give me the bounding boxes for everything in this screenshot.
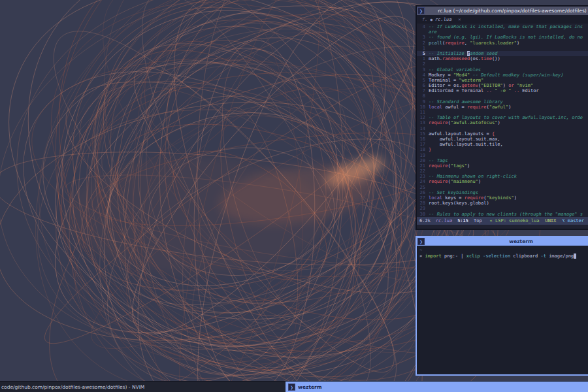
text-segment: local [429, 105, 442, 110]
line-number: 17 [417, 142, 429, 147]
code-line: 14 [417, 126, 588, 131]
line-number: 23 [417, 174, 429, 179]
text-segment: .. [487, 88, 492, 93]
line-number: 2 [417, 61, 429, 67]
text-segment: awful.layout.suit.max, [429, 137, 500, 142]
line-number: 7 [417, 88, 429, 93]
code-line: 25 [417, 185, 588, 190]
text-segment: local [429, 195, 442, 201]
taskbar-item-wezterm-label: wezterm [298, 384, 322, 390]
wezterm-window-title: wezterm [425, 238, 588, 244]
text-segment: "awful" [489, 105, 509, 110]
line-number: 13 [417, 120, 429, 125]
text-segment: "mainmenu" [451, 179, 478, 184]
code-line: 2pcall(require, "luarocks.loader") [417, 41, 588, 46]
text-segment: -- found (e.g. lgi). If LuaRocks is not … [429, 35, 583, 40]
code-line: 18} [417, 147, 588, 152]
line-number: 28 [417, 201, 429, 206]
text-segment: , [465, 41, 470, 46]
line-number: 4 [417, 24, 429, 29]
code-line: 7EditorCmd = Terminal .. " -e " .. Edito… [417, 88, 588, 93]
text-segment: clipboard [510, 253, 538, 259]
tab-prefix: f. [422, 17, 427, 22]
line-number: 1 [417, 46, 429, 51]
text-segment: xclip [466, 253, 480, 259]
code-area[interactable]: 4-- If LuaRocks is installed, make sure … [417, 24, 588, 217]
text-segment: -- Tags [429, 158, 448, 163]
text-segment: ) [514, 195, 517, 201]
text-segment: -- Rules to apply to new clients (throug… [429, 212, 583, 217]
line-number: 29 [417, 206, 429, 211]
code-line: 4-- If LuaRocks is installed, make sure … [417, 24, 588, 29]
text-segment: require [429, 163, 448, 169]
code-line: 1math.randomseed(os.time()) [417, 56, 588, 61]
line-number: 22 [417, 169, 429, 174]
text-segment: keys = [442, 195, 465, 201]
nvim-statusline: 6.2k rc.lua 5:15 Top « LSP: sumneko_lua … [417, 217, 588, 225]
tab-close-icon[interactable]: × [458, 17, 461, 22]
line-number: 3 [417, 35, 429, 40]
text-segment: -- Table of layouts to cover with awful.… [429, 115, 583, 120]
code-line: 24require("mainmenu") [417, 179, 588, 184]
tab-filename: rc.lua [435, 17, 451, 22]
code-line: 13require("awful.autofocus") [417, 120, 588, 125]
text-segment: are [429, 29, 437, 35]
wezterm-titlebar[interactable]: ❯ wezterm [417, 237, 588, 246]
text-segment [574, 253, 576, 259]
code-line: 19 [417, 153, 588, 158]
text-segment: ~ [419, 248, 422, 253]
text-segment: EditorCmd = Terminal [429, 88, 487, 93]
statusline-filesize: 6.2k [419, 218, 431, 223]
text-segment: "luarocks.loader" [470, 41, 517, 46]
text-segment: awful.layout.layouts = [429, 131, 492, 137]
text-segment: " -e " [495, 88, 511, 93]
nvim-titlebar[interactable]: ❯ rc.lua (~/code/github.com/pinpox/dotfi… [417, 7, 588, 15]
wezterm-icon: ❯ [288, 384, 295, 391]
buffer-tab-rclua[interactable]: f. ● rc.lua × [417, 15, 466, 24]
text-segment: ) [467, 163, 470, 169]
nvim-window-title: rc.lua (~/code/github.com/pinpox/dotfile… [425, 8, 588, 14]
code-line: 21require("tags") [417, 163, 588, 169]
line-number: 2 [417, 41, 429, 46]
text-segment: -- Default modkey (super/win-key) [472, 73, 563, 78]
text-segment: -- If LuaRocks is installed, make sure t… [429, 24, 583, 29]
terminal-line: » import png:- | xclip -selection clipbo… [419, 253, 588, 259]
code-line: 15awful.layout.layouts = { [417, 131, 588, 137]
text-segment: -- Initialize [429, 51, 467, 56]
text-segment: Terminal = [429, 78, 459, 83]
terminal-input-area[interactable]: ~» import png:- | xclip -selection clipb… [417, 246, 588, 374]
text-segment: "EDITOR" [481, 83, 503, 88]
line-number: 18 [417, 147, 429, 152]
text-segment: -selection [480, 253, 510, 259]
line-number: 8 [417, 93, 429, 99]
code-line: 10local awful = require("awful") [417, 105, 588, 110]
code-line: 30-- Rules to apply to new clients (thro… [417, 212, 588, 217]
nvim-cmdline [417, 225, 588, 229]
code-line: 3-- found (e.g. lgi). If LuaRocks is not… [417, 35, 588, 40]
line-number: 1 [417, 56, 429, 61]
taskbar-item-nvim-label: code/github.com/pinpox/dotfiles-awesome/… [1, 384, 144, 390]
taskbar-item-nvim[interactable]: code/github.com/pinpox/dotfiles-awesome/… [0, 382, 286, 392]
line-number: 9 [417, 99, 429, 105]
code-line: 17 awful.layout.suit.tile, [417, 142, 588, 147]
text-segment: getenv [462, 83, 478, 88]
wezterm-icon: ❯ [417, 238, 425, 245]
code-line: 22 [417, 169, 588, 174]
text-segment: require [445, 41, 465, 46]
text-segment: ()) [492, 56, 500, 61]
wezterm-icon: ❯ [417, 7, 425, 14]
statusline-position: 5:15 [457, 218, 468, 223]
text-segment: time [481, 56, 492, 61]
code-line: 29 [417, 206, 588, 211]
text-segment: require [467, 105, 487, 110]
code-line: 11 [417, 110, 588, 115]
text-segment: require [465, 195, 484, 201]
modified-dot-icon: ● [430, 17, 433, 22]
code-line: 1 [417, 46, 588, 51]
line-number: 3 [417, 67, 429, 73]
line-number: 16 [417, 137, 429, 142]
taskbar: code/github.com/pinpox/dotfiles-awesome/… [0, 381, 588, 392]
text-segment: Modkey = [429, 73, 453, 78]
taskbar-item-wezterm[interactable]: ❯ wezterm [286, 382, 588, 392]
code-line: 2 [417, 61, 588, 67]
